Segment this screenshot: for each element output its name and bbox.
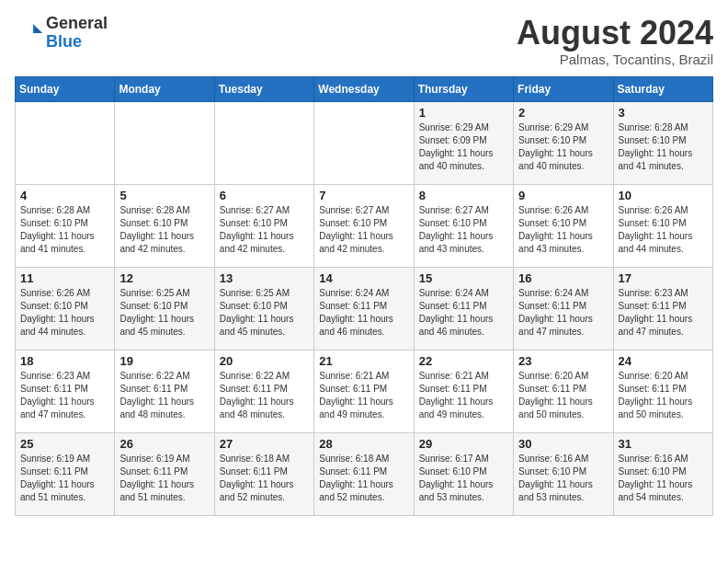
calendar-cell: 24Sunrise: 6:20 AMSunset: 6:11 PMDayligh… [613,350,712,432]
day-info: Sunrise: 6:26 AMSunset: 6:10 PMDaylight:… [20,287,109,339]
calendar-cell: 26Sunrise: 6:19 AMSunset: 6:11 PMDayligh… [115,432,214,515]
col-monday: Monday [115,76,214,101]
calendar-cell: 20Sunrise: 6:22 AMSunset: 6:11 PMDayligh… [214,350,313,432]
day-number: 21 [319,354,408,368]
day-info: Sunrise: 6:21 AMSunset: 6:11 PMDaylight:… [319,370,408,421]
day-number: 4 [20,189,109,202]
day-number: 19 [119,354,209,368]
day-info: Sunrise: 6:22 AMSunset: 6:11 PMDaylight:… [119,370,209,421]
day-number: 17 [619,271,708,285]
calendar-header: Sunday Monday Tuesday Wednesday Thursday… [16,76,713,101]
calendar-cell: 17Sunrise: 6:23 AMSunset: 6:11 PMDayligh… [613,267,712,350]
day-info: Sunrise: 6:24 AMSunset: 6:11 PMDaylight:… [319,287,408,339]
calendar-cell: 3Sunrise: 6:28 AMSunset: 6:10 PMDaylight… [613,101,712,184]
calendar-cell: 5Sunrise: 6:28 AMSunset: 6:10 PMDaylight… [115,184,214,267]
calendar-cell [16,101,115,184]
col-sunday: Sunday [16,76,115,101]
day-info: Sunrise: 6:17 AMSunset: 6:10 PMDaylight:… [419,453,508,504]
day-number: 7 [319,189,408,202]
page-header: General Blue August 2024 Palmas, Tocanti… [15,15,713,67]
calendar-cell [115,101,214,184]
day-info: Sunrise: 6:24 AMSunset: 6:11 PMDaylight:… [419,287,508,339]
day-info: Sunrise: 6:28 AMSunset: 6:10 PMDaylight:… [619,121,708,173]
day-info: Sunrise: 6:29 AMSunset: 6:09 PMDaylight:… [419,121,508,173]
day-info: Sunrise: 6:26 AMSunset: 6:10 PMDaylight:… [518,204,608,256]
day-info: Sunrise: 6:18 AMSunset: 6:11 PMDaylight:… [319,453,408,504]
logo-text: General Blue [46,15,108,52]
day-info: Sunrise: 6:23 AMSunset: 6:11 PMDaylight:… [20,370,109,421]
logo-general: General [46,15,108,33]
logo: General Blue [15,15,108,52]
calendar-cell: 19Sunrise: 6:22 AMSunset: 6:11 PMDayligh… [115,350,214,432]
month-year: August 2024 [517,15,713,52]
day-info: Sunrise: 6:27 AMSunset: 6:10 PMDaylight:… [220,204,309,256]
day-number: 18 [20,354,109,368]
day-number: 12 [119,271,209,285]
day-number: 2 [518,106,608,120]
col-friday: Friday [514,76,613,101]
calendar-cell: 2Sunrise: 6:29 AMSunset: 6:10 PMDaylight… [514,101,613,184]
day-info: Sunrise: 6:28 AMSunset: 6:10 PMDaylight:… [119,204,209,256]
day-number: 3 [619,106,708,120]
calendar-cell: 12Sunrise: 6:25 AMSunset: 6:10 PMDayligh… [115,267,214,350]
calendar-cell: 11Sunrise: 6:26 AMSunset: 6:10 PMDayligh… [16,267,115,350]
calendar-cell: 7Sunrise: 6:27 AMSunset: 6:10 PMDaylight… [314,184,414,267]
day-number: 6 [220,189,309,202]
calendar-cell: 16Sunrise: 6:24 AMSunset: 6:11 PMDayligh… [514,267,613,350]
day-info: Sunrise: 6:20 AMSunset: 6:11 PMDaylight:… [518,370,608,421]
day-number: 16 [518,271,608,285]
calendar-cell: 18Sunrise: 6:23 AMSunset: 6:11 PMDayligh… [16,350,115,432]
calendar-cell: 22Sunrise: 6:21 AMSunset: 6:11 PMDayligh… [414,350,513,432]
calendar-cell: 23Sunrise: 6:20 AMSunset: 6:11 PMDayligh… [514,350,613,432]
calendar-cell: 14Sunrise: 6:24 AMSunset: 6:11 PMDayligh… [314,267,414,350]
calendar-cell: 25Sunrise: 6:19 AMSunset: 6:11 PMDayligh… [16,432,115,515]
day-info: Sunrise: 6:16 AMSunset: 6:10 PMDaylight:… [619,453,708,504]
day-number: 11 [20,271,109,285]
logo-blue: Blue [46,33,108,52]
calendar-week-2: 4Sunrise: 6:28 AMSunset: 6:10 PMDaylight… [16,184,713,267]
day-number: 9 [518,189,608,202]
day-number: 1 [419,106,508,120]
calendar-week-4: 18Sunrise: 6:23 AMSunset: 6:11 PMDayligh… [16,350,713,432]
calendar-cell: 8Sunrise: 6:27 AMSunset: 6:10 PMDaylight… [414,184,513,267]
calendar-table: Sunday Monday Tuesday Wednesday Thursday… [15,76,713,516]
calendar-cell: 6Sunrise: 6:27 AMSunset: 6:10 PMDaylight… [214,184,313,267]
day-info: Sunrise: 6:27 AMSunset: 6:10 PMDaylight:… [319,204,408,256]
col-thursday: Thursday [414,76,513,101]
logo-icon [15,19,42,47]
day-number: 8 [419,189,508,202]
calendar-week-5: 25Sunrise: 6:19 AMSunset: 6:11 PMDayligh… [16,432,713,515]
day-number: 15 [419,271,508,285]
location: Palmas, Tocantins, Brazil [517,52,713,67]
calendar-cell [214,101,313,184]
calendar-body: 1Sunrise: 6:29 AMSunset: 6:09 PMDaylight… [16,101,713,515]
day-number: 26 [119,437,209,451]
calendar-cell: 4Sunrise: 6:28 AMSunset: 6:10 PMDaylight… [16,184,115,267]
day-number: 28 [319,437,408,451]
calendar-cell: 28Sunrise: 6:18 AMSunset: 6:11 PMDayligh… [314,432,414,515]
calendar-cell: 21Sunrise: 6:21 AMSunset: 6:11 PMDayligh… [314,350,414,432]
day-number: 13 [220,271,309,285]
col-saturday: Saturday [613,76,712,101]
day-info: Sunrise: 6:26 AMSunset: 6:10 PMDaylight:… [619,204,708,256]
title-block: August 2024 Palmas, Tocantins, Brazil [517,15,713,67]
calendar-week-3: 11Sunrise: 6:26 AMSunset: 6:10 PMDayligh… [16,267,713,350]
day-number: 14 [319,271,408,285]
calendar-cell: 9Sunrise: 6:26 AMSunset: 6:10 PMDaylight… [514,184,613,267]
day-number: 30 [518,437,608,451]
day-info: Sunrise: 6:29 AMSunset: 6:10 PMDaylight:… [518,121,608,173]
day-info: Sunrise: 6:23 AMSunset: 6:11 PMDaylight:… [619,287,708,339]
day-info: Sunrise: 6:22 AMSunset: 6:11 PMDaylight:… [220,370,309,421]
day-number: 25 [20,437,109,451]
day-info: Sunrise: 6:25 AMSunset: 6:10 PMDaylight:… [119,287,209,339]
day-info: Sunrise: 6:27 AMSunset: 6:10 PMDaylight:… [419,204,508,256]
calendar-cell: 31Sunrise: 6:16 AMSunset: 6:10 PMDayligh… [613,432,712,515]
calendar-cell: 13Sunrise: 6:25 AMSunset: 6:10 PMDayligh… [214,267,313,350]
calendar-cell: 29Sunrise: 6:17 AMSunset: 6:10 PMDayligh… [414,432,513,515]
day-number: 27 [220,437,309,451]
calendar-cell: 30Sunrise: 6:16 AMSunset: 6:10 PMDayligh… [514,432,613,515]
header-row: Sunday Monday Tuesday Wednesday Thursday… [16,76,713,101]
day-info: Sunrise: 6:21 AMSunset: 6:11 PMDaylight:… [419,370,508,421]
day-number: 29 [419,437,508,451]
day-info: Sunrise: 6:28 AMSunset: 6:10 PMDaylight:… [20,204,109,256]
